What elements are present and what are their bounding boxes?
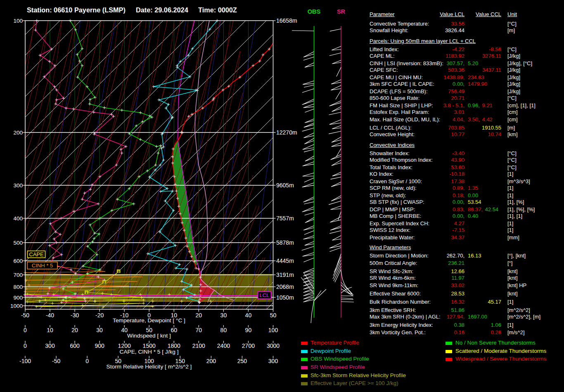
svg-text:Storm Relative Helicity [ m^2: Storm Relative Helicity [ m^2/s^2 ] — [107, 364, 192, 370]
svg-text:0: 0 — [85, 358, 89, 364]
svg-text:200: 200 — [206, 358, 216, 364]
svg-text:2400: 2400 — [217, 342, 230, 349]
svg-text:-100: -100 — [19, 358, 31, 364]
svg-text:600: 600 — [70, 342, 80, 349]
svg-text:0: 0 — [24, 342, 27, 349]
svg-text:-50: -50 — [52, 358, 60, 364]
svg-text:250: 250 — [237, 358, 247, 364]
svg-text:2700: 2700 — [242, 342, 255, 349]
svg-text:900: 900 — [95, 342, 104, 349]
svg-text:300: 300 — [45, 342, 55, 349]
svg-text:3000: 3000 — [267, 342, 280, 349]
svg-text:CAPE, CINH * 5 [ J/kg ]: CAPE, CINH * 5 [ J/kg ] — [120, 349, 179, 355]
svg-text:2100: 2100 — [192, 342, 205, 349]
svg-text:300: 300 — [268, 358, 278, 364]
